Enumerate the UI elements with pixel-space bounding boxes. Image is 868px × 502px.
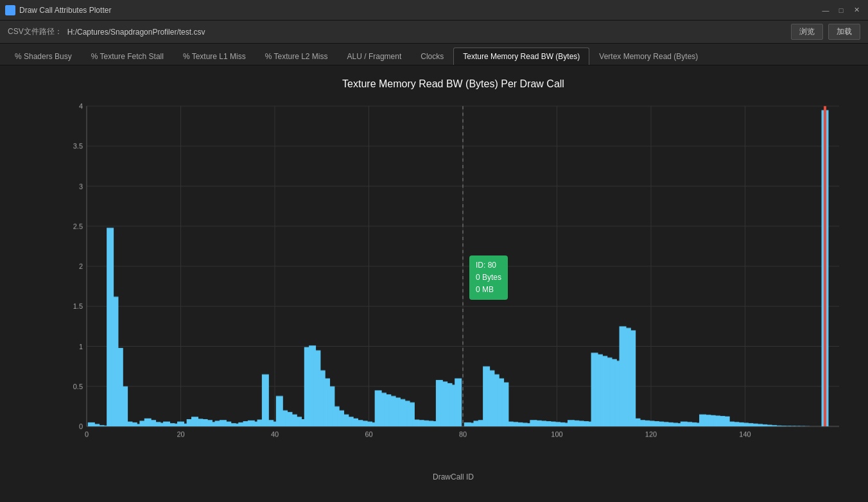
x-axis-label: DrawCall ID — [433, 472, 474, 481]
tab-texture-memory-read-bw[interactable]: Texture Memory Read BW (Bytes) — [453, 48, 589, 65]
maximize-button[interactable]: □ — [835, 4, 847, 17]
window-title: Draw Call Attributes Plotter — [19, 6, 819, 15]
app-icon — [5, 5, 15, 15]
browse-button[interactable]: 浏览 — [791, 24, 823, 40]
close-button[interactable]: ✕ — [850, 4, 863, 17]
minimize-button[interactable]: — — [819, 4, 832, 17]
load-button[interactable]: 加载 — [828, 24, 860, 40]
window-controls: — □ ✕ — [819, 4, 863, 17]
csv-path: H:/Captures/SnapdragonProfiler/test.csv — [67, 28, 205, 37]
tab-shaders-busy[interactable]: % Shaders Busy — [5, 48, 82, 65]
titlebar: Draw Call Attributes Plotter — □ ✕ — [0, 0, 868, 21]
tab-texture-fetch-stall[interactable]: % Texture Fetch Stall — [82, 48, 173, 65]
tab-alu-fragment[interactable]: ALU / Fragment — [338, 48, 412, 65]
tabs: % Shaders Busy% Texture Fetch Stall% Tex… — [0, 44, 868, 65]
chart-container: Texture Memory Read BW (Bytes) Per Draw … — [0, 65, 868, 502]
tab-texture-l1-miss[interactable]: % Texture L1 Miss — [173, 48, 256, 65]
tab-texture-l2-miss[interactable]: % Texture L2 Miss — [256, 48, 338, 65]
tab-vertex-memory-read[interactable]: Vertex Memory Read (Bytes) — [589, 48, 707, 65]
toolbar: CSV文件路径： H:/Captures/SnapdragonProfiler/… — [0, 21, 868, 44]
chart-wrap[interactable]: Texture Memory Read BW (Bytes) (x1e+06) … — [51, 96, 855, 456]
chart-canvas[interactable] — [51, 96, 855, 456]
tab-clocks[interactable]: Clocks — [411, 48, 453, 65]
csv-label: CSV文件路径： — [8, 26, 62, 37]
chart-title: Texture Memory Read BW (Bytes) Per Draw … — [51, 78, 855, 90]
